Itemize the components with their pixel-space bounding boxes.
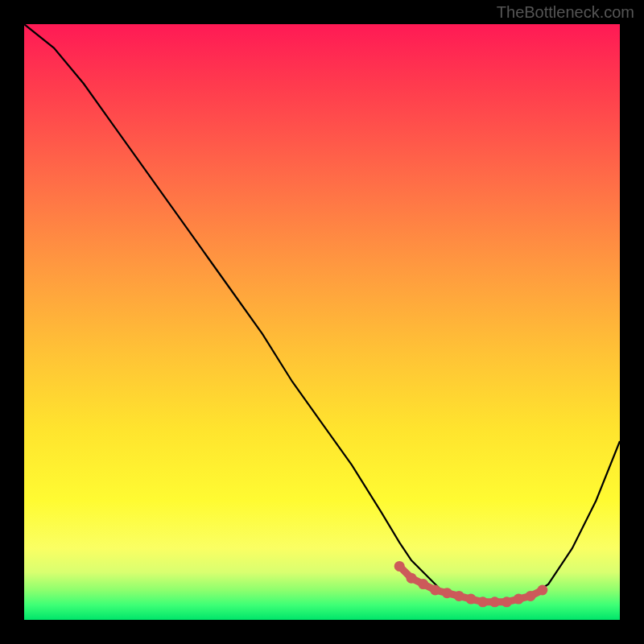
chart-svg — [24, 24, 620, 620]
bottleneck-curve-path — [24, 24, 620, 602]
optimal-zone-dot — [502, 597, 512, 607]
optimal-zone-dot — [526, 591, 536, 601]
watermark-label: TheBottleneck.com — [497, 3, 634, 22]
optimal-zone-dot — [466, 594, 477, 605]
optimal-zone-dot — [537, 585, 547, 596]
optimal-zone-markers — [394, 561, 548, 607]
optimal-zone-dot — [477, 597, 488, 607]
optimal-zone-dot — [418, 579, 428, 589]
optimal-zone-dot — [407, 573, 417, 584]
chart-plot-area — [24, 24, 620, 620]
optimal-zone-dot — [489, 597, 500, 607]
optimal-zone-dot — [430, 585, 440, 596]
optimal-zone-dot — [394, 561, 405, 572]
optimal-zone-dot — [442, 588, 452, 598]
optimal-zone-dot — [454, 591, 464, 601]
optimal-zone-dot — [514, 594, 524, 605]
